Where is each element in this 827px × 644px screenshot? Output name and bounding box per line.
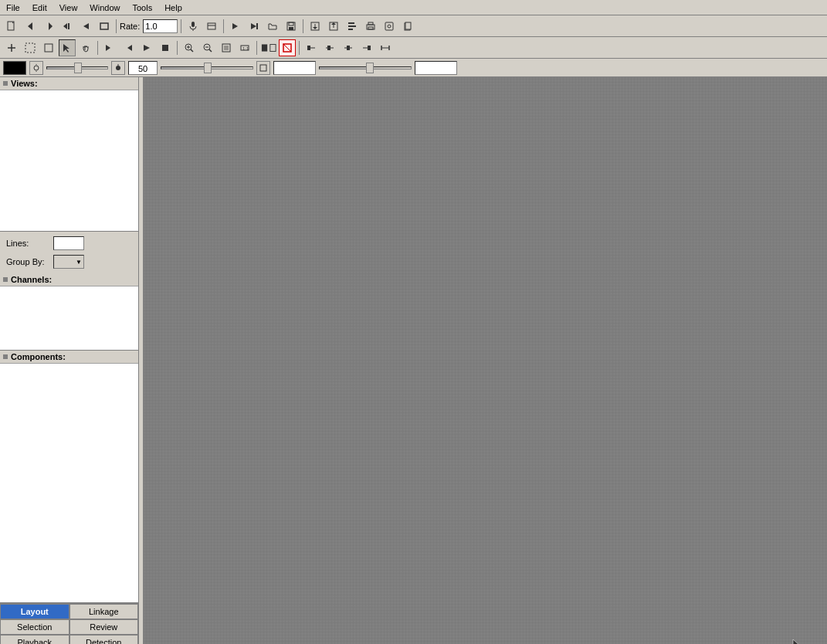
move-button[interactable] [40,18,57,35]
svg-rect-54 [270,44,276,51]
svg-rect-35 [25,43,35,53]
group-by-label: Group By: [6,257,49,266]
contrast-value [273,61,316,75]
separator-1 [116,19,117,33]
svg-rect-36 [45,44,53,52]
svg-marker-39 [127,45,132,51]
tab-linkage[interactable]: Linkage [69,604,139,619]
link2-button[interactable] [321,39,338,56]
disk-button[interactable] [381,18,398,35]
rate-input[interactable] [143,19,178,33]
prev-frame-button[interactable] [77,18,94,35]
menu-window[interactable]: Window [86,2,123,13]
cursor-tool-button[interactable] [59,39,76,56]
settings-button[interactable] [203,18,220,35]
views-indicator [3,81,8,86]
view-toggle-button[interactable] [260,39,277,56]
stop-button[interactable] [157,39,174,56]
select-prev-button[interactable] [22,18,39,35]
components-section: Components: [0,351,138,603]
svg-point-71 [116,66,120,70]
hand-tool-button[interactable] [77,39,94,56]
svg-marker-40 [144,45,150,51]
separator-7 [256,41,257,55]
svg-rect-23 [348,22,354,24]
play-forward-button[interactable] [227,18,244,35]
zoom-out-button[interactable] [199,39,216,56]
play2-button[interactable] [138,39,155,56]
contrast-slider[interactable] [161,66,253,69]
svg-line-43 [191,49,193,52]
link5-button[interactable] [377,39,394,56]
zoom-100-button[interactable]: 1:1 [236,39,253,56]
svg-rect-27 [368,22,373,25]
add-tool-button[interactable] [3,39,20,56]
tab-review[interactable]: Review [69,619,139,635]
zoom-fit-button[interactable] [218,39,235,56]
tab-selection[interactable]: Selection [0,619,69,635]
frame-icon[interactable] [96,18,113,35]
link3-button[interactable] [340,39,357,56]
menu-help[interactable]: Help [161,2,185,13]
svg-marker-1 [28,22,32,30]
next-frame-button[interactable] [246,18,263,35]
dropdown-arrow-icon: ▼ [76,259,82,266]
svg-marker-11 [232,23,238,29]
svg-rect-9 [208,23,215,29]
svg-rect-32 [405,22,411,29]
color-swatch[interactable] [3,61,26,75]
components-label: Components: [11,352,66,361]
sidebar: Views: Lines: Group By: ▼ Channels: [0,77,139,644]
gamma-slider[interactable] [319,66,412,69]
views-header: Views: [0,77,138,90]
mark-in-button[interactable] [101,39,118,56]
channels-header: Channels: [0,273,138,286]
cursor-indicator [791,638,804,644]
view-red-button[interactable] [279,39,296,56]
batch-button[interactable] [344,18,361,35]
menubar: File Edit View Window Tools Help [0,0,827,15]
link1-button[interactable] [303,39,320,56]
group-by-row: Group By: ▼ [6,255,132,269]
svg-rect-58 [307,46,310,50]
brightness-decrease-btn[interactable] [29,61,43,75]
rewind-button[interactable] [59,18,76,35]
tab-detection[interactable]: Detection [69,635,139,644]
new-button[interactable] [3,18,20,35]
menu-file[interactable]: File [3,2,23,13]
canvas-area[interactable] [144,77,827,644]
zoom-in-button[interactable] [181,39,198,56]
separator-3 [223,19,224,33]
contrast-btn[interactable] [256,61,270,75]
export-button[interactable] [307,18,324,35]
mark-out-button[interactable] [120,39,137,56]
lines-input[interactable] [53,236,84,250]
brightness-increase-btn[interactable] [111,61,125,75]
mic-button[interactable] [185,18,202,35]
import-button[interactable] [325,18,342,35]
tab-layout[interactable]: Layout [0,604,69,619]
print-button[interactable] [362,18,379,35]
lines-group-section: Lines: Group By: ▼ [0,232,138,273]
copy-button[interactable] [399,18,416,35]
tab-playback[interactable]: Playback [0,635,69,644]
svg-rect-28 [368,27,373,29]
channels-content [0,286,138,350]
open-button[interactable] [264,18,281,35]
group-by-dropdown[interactable]: ▼ [53,255,84,269]
svg-rect-64 [368,46,371,50]
separator-8 [299,41,300,55]
menu-edit[interactable]: Edit [29,2,50,13]
brightness-slider[interactable] [46,66,108,69]
select-dots-button[interactable] [22,39,39,56]
link4-button[interactable] [358,39,375,56]
menu-view[interactable]: View [56,2,81,13]
views-content [0,90,138,231]
views-section: Views: [0,77,138,232]
lasso-button[interactable] [40,39,57,56]
svg-marker-19 [313,27,317,29]
svg-rect-50 [224,46,229,50]
svg-rect-25 [348,29,353,30]
menu-tools[interactable]: Tools [129,2,155,13]
save-button[interactable] [283,18,300,35]
